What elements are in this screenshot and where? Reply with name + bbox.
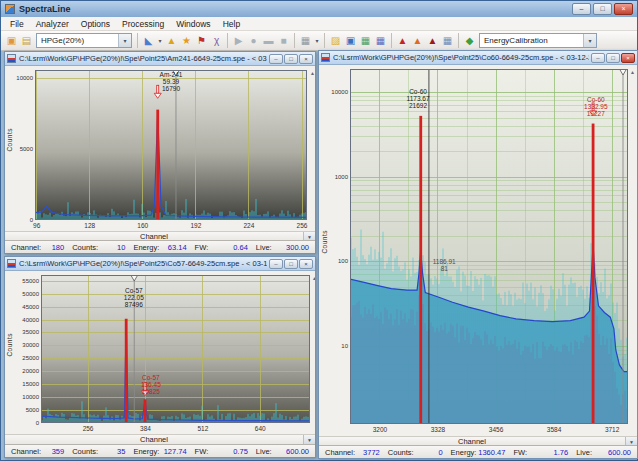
menu-file[interactable]: File — [4, 18, 30, 30]
menu-options[interactable]: Options — [75, 18, 116, 30]
save-spectrum-icon[interactable]: ▣ — [343, 33, 358, 49]
fit-function-icon[interactable]: χ — [209, 33, 224, 49]
spectrum-view: Counts 1186.9181Co-601173.6721692Co-6013… — [319, 65, 637, 458]
status-field: Counts:10 — [68, 243, 129, 252]
pause-icon[interactable]: ▬ — [261, 33, 276, 49]
peak-area-icon[interactable]: ▲ — [425, 33, 440, 49]
y-tick-label: 5000 — [15, 407, 39, 413]
stop-icon[interactable]: ■ — [276, 33, 291, 49]
status-value: 600.00 — [286, 447, 309, 456]
maximize-button[interactable]: □ — [593, 3, 612, 15]
cascade-windows-icon[interactable]: ▣ — [4, 33, 19, 49]
x-tick-label: 512 — [197, 425, 208, 432]
toolbar-separator — [137, 33, 138, 48]
status-field: Energy:127.74 — [129, 447, 190, 456]
child-minimize-button[interactable]: – — [591, 53, 605, 63]
status-label: Channel: — [11, 447, 41, 456]
status-value: 35 — [117, 447, 125, 456]
dropdown-caret-icon[interactable]: ▾ — [313, 33, 321, 49]
status-label: FW: — [513, 448, 527, 457]
child-close-button[interactable]: × — [621, 53, 635, 63]
child-titlebar[interactable]: C:\Lsrm\Work\GP\HPGe(20%)!\Spe\Point25\C… — [5, 257, 315, 271]
x-tick-label: 160 — [137, 222, 148, 229]
flag-icon[interactable]: ⚑ — [194, 33, 209, 49]
status-value: 0 — [438, 448, 442, 457]
close-button[interactable]: × — [614, 3, 633, 15]
status-field: Channel:3772 — [321, 448, 384, 457]
spectrum-canvas[interactable]: Co-57122.0587496Co-57136.4510825 — [41, 275, 310, 423]
toolbar-separator — [324, 33, 325, 48]
app-title: SpectraLine — [19, 4, 71, 14]
status-value: 10 — [117, 243, 125, 252]
child-close-button[interactable]: × — [299, 54, 313, 64]
child-restore-button[interactable]: □ — [606, 53, 620, 63]
svg-text:Co-57136.4510825: Co-57136.4510825 — [141, 374, 161, 395]
status-value: 1360.47 — [478, 448, 505, 457]
toolbar-separator — [458, 33, 459, 48]
scroll-up-icon[interactable]: ▲ — [630, 69, 635, 75]
status-field: Live:600.00 — [252, 447, 313, 456]
menu-help[interactable]: Help — [217, 18, 246, 30]
open-spectrum-icon[interactable]: ▨ — [328, 33, 343, 49]
child-close-button[interactable]: × — [299, 259, 313, 269]
child-titlebar[interactable]: C:\Lsrm\Work\GP\HPGe(20%)!\Spe\Point25\C… — [319, 51, 637, 65]
toolbar: ▣▤HPGe(20%)▾◣▾▲★⚑χ▶●▬■▦▾▨▣▦▦▲▲▲▦◆EnergyC… — [1, 31, 637, 51]
spectrum-canvas[interactable]: 1186.9181Co-601173.6721692Co-601332.9519… — [350, 69, 628, 424]
peak-search-icon[interactable]: ▲ — [164, 33, 179, 49]
x-tick-label: 256 — [297, 222, 308, 229]
child-minimize-button[interactable]: – — [269, 54, 283, 64]
spectrum-file-icon — [321, 53, 330, 62]
spectrum-plot[interactable]: Am-24159.3916790 — [35, 70, 307, 220]
y-axis-label: Counts — [6, 333, 13, 357]
spectra-list-icon[interactable]: ▤ — [19, 33, 34, 49]
titlebar[interactable]: SpectraLine – □ × — [1, 1, 637, 17]
status-field: Energy:63.14 — [129, 243, 190, 252]
menu-analyzer[interactable]: Analyzer — [30, 18, 75, 30]
chevron-down-icon[interactable]: ▼ — [303, 435, 315, 444]
status-value: 300.00 — [286, 243, 309, 252]
status-field: Live:300.00 — [252, 243, 313, 252]
report-image-icon[interactable]: ▦ — [358, 33, 373, 49]
start-acquisition-icon[interactable]: ▶ — [231, 33, 246, 49]
y-tick-label: 5000 — [9, 146, 33, 152]
peak-analysis-icon[interactable]: ▲ — [395, 33, 410, 49]
x-tick-label: 128 — [84, 222, 95, 229]
detector-combo[interactable]: HPGe(20%)▾ — [36, 33, 132, 48]
child-restore-button[interactable]: □ — [284, 259, 298, 269]
export-image-icon[interactable]: ▦ — [373, 33, 388, 49]
smoothing-funnel-icon[interactable]: ◣ — [141, 33, 156, 49]
status-value: 0.75 — [233, 447, 248, 456]
chevron-down-icon[interactable]: ▾ — [118, 34, 131, 47]
peak-markers-icon[interactable]: ▲ — [410, 33, 425, 49]
energy-calibration-icon[interactable]: ◆ — [462, 33, 477, 49]
star-icon[interactable]: ★ — [179, 33, 194, 49]
toolbar-separator — [391, 33, 392, 48]
record-icon[interactable]: ● — [246, 33, 261, 49]
status-value: 127.74 — [164, 447, 187, 456]
child-titlebar[interactable]: C:\Lsrm\Work\GP\HPGe(20%)!\Spe\Point25\A… — [5, 52, 315, 66]
dropdown-caret-icon[interactable]: ▾ — [156, 33, 164, 49]
minimize-button[interactable]: – — [572, 3, 591, 15]
y-tick-label: 20000 — [15, 368, 39, 374]
status-bar: Channel:359Counts:35Energy:127.74FW:0.75… — [5, 444, 315, 457]
y-tick-label: 10 — [324, 343, 348, 349]
scroll-up-icon[interactable]: ▲ — [310, 70, 315, 76]
x-tick-label: 192 — [190, 222, 201, 229]
calibration-combo[interactable]: EnergyCalibration▾ — [479, 33, 597, 48]
status-value: 3772 — [363, 448, 380, 457]
background-icon[interactable]: ▦ — [440, 33, 455, 49]
menu-windows[interactable]: Windows — [170, 18, 216, 30]
scroll-up-icon[interactable]: ▲ — [312, 275, 315, 281]
detector-grid-icon[interactable]: ▦ — [298, 33, 313, 49]
spectrum-canvas[interactable]: Am-24159.3916790 — [35, 70, 307, 220]
child-title: C:\Lsrm\Work\GP\HPGe(20%)!\Spe\Point25\C… — [333, 53, 589, 62]
menu-processing[interactable]: Processing — [116, 18, 170, 30]
y-tick-label: 50000 — [15, 291, 39, 297]
spectrum-plot[interactable]: 1186.9181Co-601173.6721692Co-601332.9519… — [350, 69, 628, 424]
spectrum-plot[interactable]: Co-57122.0587496Co-57136.4510825 — [41, 275, 310, 423]
child-title: C:\Lsrm\Work\GP\HPGe(20%)!\Spe\Point25\A… — [19, 54, 267, 63]
window-buttons: – □ × — [572, 3, 633, 15]
chevron-down-icon[interactable]: ▾ — [583, 34, 596, 47]
child-minimize-button[interactable]: – — [269, 259, 283, 269]
child-restore-button[interactable]: □ — [284, 54, 298, 64]
